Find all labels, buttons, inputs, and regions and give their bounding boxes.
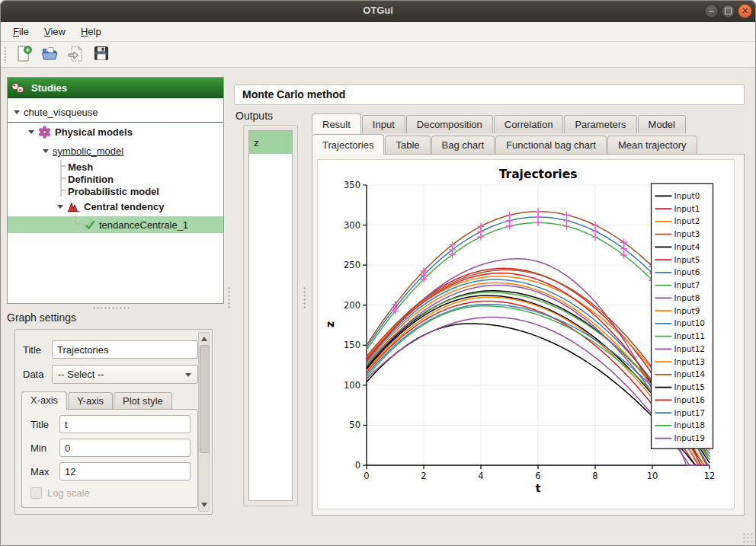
graph-settings-scrollbar[interactable] xyxy=(198,332,210,512)
tab-parameters[interactable]: Parameters xyxy=(564,115,636,133)
studies-panel: Studies chute_visqueusePhysical modelssy… xyxy=(7,77,224,304)
physical-models-icon xyxy=(38,126,51,139)
graph-data-select-value: -- Select -- xyxy=(58,369,104,380)
svg-text:Input1: Input1 xyxy=(674,204,700,213)
expander-icon[interactable] xyxy=(57,205,63,209)
tab-result[interactable]: Result xyxy=(312,113,361,134)
svg-text:6: 6 xyxy=(535,471,540,481)
svg-text:0: 0 xyxy=(355,460,360,471)
tree-item-mesh[interactable]: Mesh xyxy=(8,161,223,173)
graph-title-input[interactable] xyxy=(52,340,198,359)
subtab-table[interactable]: Table xyxy=(385,136,430,154)
x-axis-max-label: Max xyxy=(30,466,50,477)
expander-icon[interactable] xyxy=(28,130,34,134)
analysis-title: Monte Carlo method xyxy=(234,85,745,105)
tree-item-label: chute_visqueuse xyxy=(24,107,98,118)
subtab-trajectories[interactable]: Trajectories xyxy=(312,134,384,155)
tree-item-symbolic-model[interactable]: symbolic_model xyxy=(8,142,223,161)
tree-item-probabilistic-model[interactable]: Probabilistic model xyxy=(8,185,223,197)
tree-item-label: Definition xyxy=(68,174,114,185)
subtab-bag-chart[interactable]: Bag chart xyxy=(431,136,495,154)
toolbar xyxy=(1,42,755,68)
svg-text:200: 200 xyxy=(344,300,360,311)
x-axis-max-input[interactable] xyxy=(59,462,191,481)
app-window: OTGui – ✕ FileViewHelp Studies chute_vis… xyxy=(0,0,756,546)
menu-help[interactable]: Help xyxy=(73,24,109,40)
graph-settings-panel: Title Data -- Select -- X-axisY-axisPlot… xyxy=(14,329,213,515)
tab-correlation[interactable]: Correlation xyxy=(494,115,564,133)
svg-text:Input17: Input17 xyxy=(674,408,706,417)
menu-view[interactable]: View xyxy=(37,24,73,40)
vertical-splitter-right[interactable] xyxy=(303,286,306,309)
maximize-button[interactable] xyxy=(721,4,735,18)
x-axis-label: t xyxy=(536,482,541,494)
window-title: OTGui xyxy=(1,5,755,16)
svg-text:Input7: Input7 xyxy=(674,280,700,289)
x-axis-title-input[interactable] xyxy=(59,415,191,433)
tab-decomposition[interactable]: Decomposition xyxy=(406,115,493,133)
result-tab-bar: ResultInputDecompositionCorrelationParam… xyxy=(312,112,687,133)
settings-tab-y-axis[interactable]: Y-axis xyxy=(68,392,113,409)
chart-legend: Input0Input1Input2Input3Input4Input5Inpu… xyxy=(652,184,713,449)
chart-title: Trajectories xyxy=(499,168,578,181)
studies-panel-header: Studies xyxy=(8,78,223,98)
graph-data-select[interactable]: -- Select -- xyxy=(52,365,198,384)
horizontal-splitter-handle[interactable] xyxy=(92,306,130,310)
outputs-list: z xyxy=(248,130,293,501)
new-study-button[interactable] xyxy=(12,44,35,65)
log-scale-checkbox[interactable] xyxy=(30,487,42,499)
svg-text:150: 150 xyxy=(344,340,360,350)
tree-item-chute-visqueuse[interactable]: chute_visqueuse xyxy=(8,103,223,123)
svg-text:Input14: Input14 xyxy=(674,369,706,378)
settings-tab-x-axis[interactable]: X-axis xyxy=(21,391,67,410)
maximize-icon xyxy=(725,8,732,14)
central-tendency-icon xyxy=(67,202,80,212)
y-axis-label: z xyxy=(324,321,336,327)
tree-item-physical-models[interactable]: Physical models xyxy=(8,123,223,142)
output-item-z[interactable]: z xyxy=(249,131,292,154)
chevron-down-icon xyxy=(185,373,191,377)
subtab-functional-bag-chart[interactable]: Functional bag chart xyxy=(495,136,607,154)
expander-icon[interactable] xyxy=(43,149,49,153)
tree-item-label: Central tendency xyxy=(84,201,164,212)
minimize-button[interactable]: – xyxy=(704,4,719,18)
result-content-panel: 050100150200250300350024681012Trajectori… xyxy=(312,154,745,516)
settings-tab-plot-style[interactable]: Plot style xyxy=(114,392,172,409)
trajectories-plot: 050100150200250300350024681012Trajectori… xyxy=(318,160,734,509)
outputs-panel: z xyxy=(243,125,298,506)
axis-tabs: X-axisY-axisPlot style xyxy=(21,389,173,409)
svg-text:50: 50 xyxy=(349,420,360,430)
svg-text:Input15: Input15 xyxy=(674,382,706,391)
toolbar-drag-handle[interactable] xyxy=(4,46,8,63)
open-study-button[interactable] xyxy=(38,44,61,65)
save-study-button[interactable] xyxy=(90,44,113,65)
tree-item-tendancecentrale-1[interactable]: tendanceCentrale_1 xyxy=(8,216,223,233)
svg-text:Input8: Input8 xyxy=(674,293,700,302)
tree-item-label: Probabilistic model xyxy=(68,186,159,197)
menu-file[interactable]: File xyxy=(5,24,37,40)
svg-text:Input11: Input11 xyxy=(674,331,706,340)
tree-item-definition[interactable]: Definition xyxy=(8,173,223,185)
close-button[interactable]: ✕ xyxy=(738,4,752,18)
scroll-up-icon[interactable] xyxy=(201,337,207,341)
subtab-mean-trajectory[interactable]: Mean trajectory xyxy=(607,136,697,154)
import-script-button[interactable] xyxy=(64,44,87,65)
scrollbar-thumb[interactable] xyxy=(200,345,210,453)
x-axis-min-input[interactable] xyxy=(59,439,191,457)
tree-item-central-tendency[interactable]: Central tendency xyxy=(8,197,223,216)
svg-text:300: 300 xyxy=(344,220,360,231)
log-scale-label: Log scale xyxy=(47,487,90,499)
tab-input[interactable]: Input xyxy=(362,115,405,133)
svg-text:Input0: Input0 xyxy=(674,191,700,200)
expander-icon[interactable] xyxy=(14,110,20,114)
svg-text:250: 250 xyxy=(344,260,360,270)
vertical-splitter-left[interactable] xyxy=(227,286,231,309)
studies-panel-title: Studies xyxy=(31,82,67,94)
scroll-down-icon[interactable] xyxy=(201,503,207,507)
svg-text:Input10: Input10 xyxy=(674,318,706,327)
window-resize-grip[interactable] xyxy=(742,532,753,543)
new-document-icon xyxy=(15,45,33,65)
titlebar: OTGui – ✕ xyxy=(1,1,755,22)
svg-text:100: 100 xyxy=(344,380,360,391)
tab-model[interactable]: Model xyxy=(638,115,686,133)
